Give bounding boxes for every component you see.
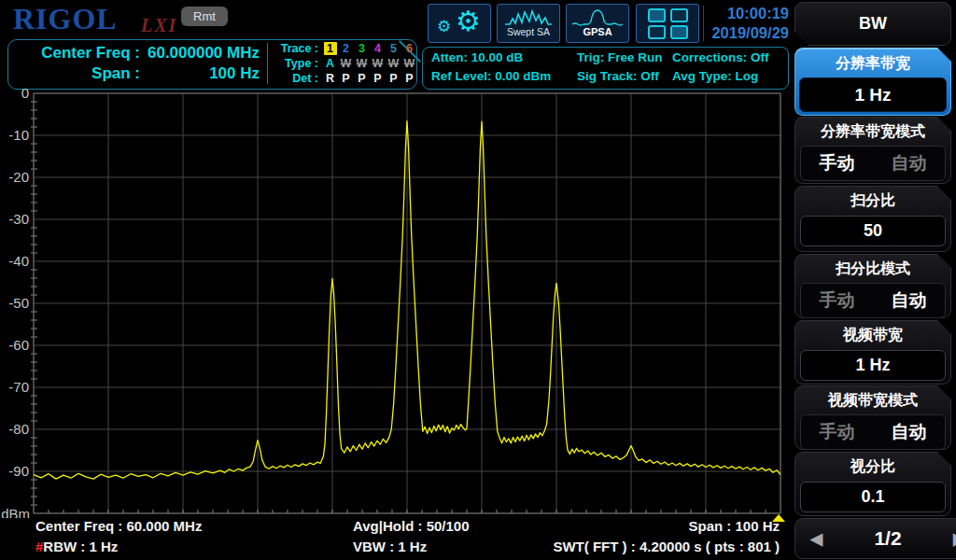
gpsa-mode-button[interactable]: GPSA bbox=[566, 4, 629, 43]
swept-sa-mode-button[interactable]: Swept SA bbox=[497, 4, 560, 43]
rbw-value: 1 Hz bbox=[799, 77, 947, 112]
gpsa-label: GPSA bbox=[583, 26, 612, 37]
softkey-rbw[interactable]: 分辨率带宽 1 Hz bbox=[794, 48, 951, 116]
trace-number: 6 bbox=[401, 41, 417, 56]
det-row-label: Det : bbox=[274, 71, 318, 86]
trace-detector: P bbox=[386, 71, 401, 86]
atten-value: Atten: 10.00 dB bbox=[431, 49, 551, 67]
trace-detector: P bbox=[401, 71, 417, 86]
trace-type: W bbox=[370, 56, 386, 71]
svg-text:-20: -20 bbox=[8, 169, 29, 185]
footer-swt: SWT( FFT ) : 4.20000 s ( pts : 801 ) bbox=[499, 539, 780, 554]
svg-text:-50: -50 bbox=[8, 295, 29, 311]
swept-sa-waveform-icon bbox=[504, 9, 553, 28]
svg-text:-10: -10 bbox=[8, 127, 29, 143]
clock: 10:00:19 2019/09/29 bbox=[686, 4, 789, 43]
trace-number: 5 bbox=[386, 41, 401, 56]
svg-text:0: 0 bbox=[21, 89, 29, 101]
span-value: 100 Hz bbox=[140, 64, 260, 83]
trace-status-table: Trace : 123456 Type : AWWWWW Det : RPPPP… bbox=[274, 41, 417, 86]
span-label: Span : bbox=[13, 64, 140, 83]
rbw-mode-label: 分辨率带宽模式 bbox=[795, 118, 950, 145]
time-display: 10:00:19 bbox=[686, 4, 789, 23]
trig-value: Trig: Free Run bbox=[577, 49, 663, 67]
type-row-label: Type : bbox=[274, 56, 318, 71]
sweep-ratio-mode-manual[interactable]: 手动 bbox=[820, 288, 855, 313]
softkey-v-ratio[interactable]: 视分比 0.1 bbox=[794, 452, 951, 516]
svg-text:-60: -60 bbox=[8, 337, 29, 353]
trace-detector: P bbox=[370, 71, 386, 86]
softkey-sweep-ratio[interactable]: 扫分比 50 bbox=[794, 186, 951, 252]
rbw-mode-auto[interactable]: 自动 bbox=[892, 151, 927, 175]
swept-sa-label: Swept SA bbox=[507, 26, 550, 37]
softkey-sweep-ratio-mode[interactable]: 扫分比模式 手动 自动 bbox=[794, 254, 951, 318]
date-display: 2019/09/29 bbox=[686, 23, 789, 43]
system-settings-button[interactable]: ⚙⚙ bbox=[428, 4, 491, 43]
page-prev-arrow-icon[interactable]: ◀ bbox=[810, 529, 822, 549]
svg-text:-70: -70 bbox=[8, 379, 29, 395]
gpsa-waveform-icon bbox=[571, 9, 624, 28]
softkey-vbw-mode[interactable]: 视频带宽模式 手动 自动 bbox=[794, 385, 951, 450]
sweep-ratio-value: 50 bbox=[800, 216, 946, 246]
sweep-ratio-mode-auto[interactable]: 自动 bbox=[892, 288, 927, 313]
trace-detector: P bbox=[354, 71, 370, 86]
svg-text:-90: -90 bbox=[8, 463, 29, 479]
vbw-mode-auto[interactable]: 自动 bbox=[892, 420, 927, 444]
corrections-value: Corrections: Off bbox=[672, 49, 769, 67]
spectrum-analyzer-screen: RIGOL LXI Rmt ⚙⚙ Swept SA GPSA 10:00:19 … bbox=[0, 0, 956, 560]
trace-type: A bbox=[322, 56, 338, 71]
page-indicator: 1/2 bbox=[874, 527, 901, 550]
softkey-vbw[interactable]: 视频带宽 1 Hz bbox=[794, 320, 951, 385]
footer-center-freq: Center Freq : 60.000 MHz bbox=[35, 518, 202, 534]
trace-number: 2 bbox=[338, 41, 354, 56]
vbw-mode-label: 视频带宽模式 bbox=[795, 386, 950, 413]
menu-title-bw: BW bbox=[794, 2, 951, 46]
menu-pager[interactable]: ◀ 1/2 ▶ bbox=[794, 518, 956, 559]
svg-text:-30: -30 bbox=[8, 211, 29, 227]
vbw-mode-manual[interactable]: 手动 bbox=[820, 420, 855, 444]
rbw-mode-manual[interactable]: 手动 bbox=[820, 151, 855, 175]
trace-number: 4 bbox=[370, 41, 386, 56]
svg-text:-80: -80 bbox=[8, 421, 29, 437]
trace-type: W bbox=[386, 56, 401, 71]
vbw-label: 视频带宽 bbox=[795, 321, 950, 348]
trig-sigtrack-column: Trig: Free Run Sig Track: Off bbox=[577, 49, 663, 86]
remote-indicator-badge: Rmt bbox=[181, 7, 228, 26]
sweep-ratio-mode-label: 扫分比模式 bbox=[795, 255, 950, 282]
trace-detector: P bbox=[338, 71, 354, 86]
center-freq-value: 60.000000 MHz bbox=[140, 44, 260, 63]
gear-icon: ⚙⚙ bbox=[429, 5, 490, 42]
vbw-value: 1 Hz bbox=[800, 350, 946, 381]
trace-detector: R bbox=[322, 71, 338, 86]
panel-divider bbox=[267, 43, 268, 84]
trace-number: 1 bbox=[324, 42, 337, 55]
trace-number: 3 bbox=[354, 41, 370, 56]
footer-avg-hold: Avg|Hold : 50/100 bbox=[353, 518, 470, 534]
atten-ref-column: Atten: 10.00 dB Ref Level: 0.00 dBm bbox=[431, 49, 551, 86]
rigol-logo: RIGOL bbox=[13, 2, 118, 36]
ref-level-value: Ref Level: 0.00 dBm bbox=[431, 67, 551, 86]
sig-track-value: Sig Track: Off bbox=[577, 67, 663, 86]
trace-row-label: Trace : bbox=[274, 41, 318, 56]
svg-text:dBm: dBm bbox=[1, 506, 30, 518]
trace-type: W bbox=[338, 56, 354, 71]
four-squares-icon bbox=[648, 8, 688, 39]
rbw-label: 分辨率带宽 bbox=[795, 49, 950, 77]
trace-type: W bbox=[401, 56, 417, 71]
footer-vbw: VBW : 1 Hz bbox=[353, 539, 427, 554]
lxi-badge: LXI bbox=[141, 15, 177, 36]
avg-type-value: Avg Type: Log bbox=[672, 67, 769, 86]
footer-rbw: #RBW : 1 Hz bbox=[35, 539, 118, 554]
v-ratio-label: 视分比 bbox=[795, 453, 950, 480]
spectrum-graph: 0-10-20-30-40-50-60-70-80-90dBm bbox=[0, 89, 792, 518]
footer-span: Span : 100 Hz bbox=[612, 518, 780, 534]
sweep-ratio-label: 扫分比 bbox=[795, 187, 950, 214]
corrections-avg-column: Corrections: Off Avg Type: Log bbox=[672, 49, 769, 86]
softkey-rbw-mode[interactable]: 分辨率带宽模式 手动 自动 bbox=[794, 117, 951, 184]
trace-type: W bbox=[354, 56, 370, 71]
center-freq-label: Center Freq : bbox=[13, 44, 140, 63]
v-ratio-value: 0.1 bbox=[800, 482, 946, 512]
svg-text:-40: -40 bbox=[8, 253, 29, 269]
